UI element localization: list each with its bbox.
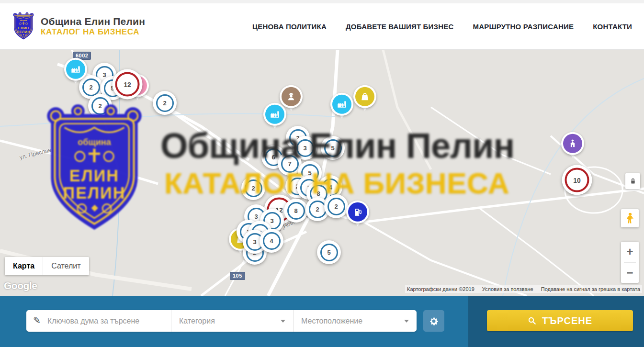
cluster-count: 3 xyxy=(253,238,256,246)
chevron-down-icon xyxy=(404,320,409,323)
map-cluster-marker[interactable]: 5 xyxy=(321,136,345,160)
cluster-count: 8 xyxy=(316,190,320,197)
top-strip xyxy=(0,0,644,3)
map-poi-marker-worker[interactable] xyxy=(280,85,303,116)
markers-layer: 325122223567522748128223338234510 xyxy=(0,50,644,296)
map-cluster-marker[interactable]: 2 xyxy=(88,94,112,118)
zoom-in-button[interactable]: + xyxy=(621,242,639,262)
zoom-control: + − xyxy=(621,242,639,283)
cluster-count: 3 xyxy=(102,71,106,78)
construction-worker-icon xyxy=(286,91,296,102)
search-panel: ✎ Категория Местоположение xyxy=(26,310,417,332)
nav-link[interactable]: КОНТАКТИ xyxy=(593,22,632,31)
gear-icon xyxy=(429,316,439,326)
crest-text-top: община xyxy=(20,19,27,22)
site-title: Община Елин Пелин xyxy=(41,16,145,27)
site-subtitle: КАТАЛОГ НА БИЗНЕСА xyxy=(41,27,145,37)
marker-disc xyxy=(280,85,303,108)
keyword-search-input[interactable] xyxy=(46,316,164,326)
cluster-count: 5 xyxy=(327,249,330,256)
cluster-count: 8 xyxy=(294,207,297,214)
zoom-out-button[interactable]: − xyxy=(621,263,639,283)
cluster-count: 10 xyxy=(573,176,581,184)
map-type-satellite-button[interactable]: Сателит xyxy=(43,257,89,275)
cluster-count: 2 xyxy=(251,185,255,192)
cluster-count: 12 xyxy=(124,80,131,88)
header: община ЕЛИН ПЕЛИН Община Елин Пелин КАТА… xyxy=(0,3,644,50)
map-attribution: Картографски данни ©2019 Условия за полз… xyxy=(405,285,642,293)
fuel-pump-icon xyxy=(352,207,363,217)
pegman-icon xyxy=(625,212,635,224)
nav-link[interactable]: МАРШРУТНО РАЗПИСАНИЕ xyxy=(473,22,574,31)
category-select[interactable]: Категория xyxy=(171,310,293,332)
map-poi-marker-bag[interactable] xyxy=(353,85,376,116)
advanced-settings-button[interactable] xyxy=(423,310,444,332)
nav-link[interactable]: ЦЕНОВА ПОЛИТИКА xyxy=(252,22,327,31)
map-poi-marker-factory[interactable] xyxy=(330,93,353,123)
search-button[interactable]: ТЪРСЕНЕ xyxy=(487,310,633,331)
marker-disc xyxy=(561,132,584,155)
factory-icon xyxy=(70,64,81,75)
terms-of-use-link[interactable]: Условия за ползване xyxy=(482,286,533,292)
cluster-count: 7 xyxy=(288,160,291,168)
pencil-icon: ✎ xyxy=(33,315,41,326)
cluster-count: 3 xyxy=(254,213,258,220)
cluster-count: 2 xyxy=(334,203,338,210)
shopping-bag-icon xyxy=(360,91,370,102)
chevron-down-icon xyxy=(281,320,285,323)
map-poi-marker-factory[interactable] xyxy=(64,58,87,89)
cluster-count: 3 xyxy=(303,145,306,152)
cluster-count: 6 xyxy=(271,154,275,161)
lock-icon xyxy=(629,177,637,185)
map-cluster-marker[interactable]: 2 xyxy=(241,176,265,200)
nav-link[interactable]: ДОБАВЕТЕ ВАШИЯТ БИЗНЕС xyxy=(346,22,453,31)
location-select-label: Местоположение xyxy=(301,317,362,325)
map-cluster-marker[interactable]: 12 xyxy=(113,69,143,100)
map-lock-button[interactable] xyxy=(625,173,640,189)
map-cluster-marker[interactable]: 8 xyxy=(284,199,308,223)
marker-disc xyxy=(330,93,353,116)
municipality-crest-logo: община ЕЛИН ПЕЛИН xyxy=(12,12,35,41)
map-poi-marker-church[interactable] xyxy=(561,132,584,163)
cluster-count: 4 xyxy=(270,237,273,245)
category-select-label: Категория xyxy=(179,317,215,325)
marker-disc xyxy=(353,85,376,108)
report-map-error-link[interactable]: Подаване на сигнал за грешка в картата xyxy=(541,286,640,292)
cluster-count: 2 xyxy=(98,102,102,110)
street-view-pegman-button[interactable] xyxy=(621,209,639,227)
attribution-copyright: Картографски данни ©2019 xyxy=(407,286,475,292)
cluster-count: 2 xyxy=(163,100,166,107)
factory-icon xyxy=(270,109,280,120)
factory-icon xyxy=(337,99,347,110)
map-poi-marker-gas[interactable] xyxy=(346,201,369,231)
marker-disc xyxy=(346,201,369,224)
map-cluster-marker[interactable]: 2 xyxy=(153,91,177,115)
brand[interactable]: община ЕЛИН ПЕЛИН Община Елин Пелин КАТА… xyxy=(12,12,145,41)
map-cluster-marker[interactable]: 5 xyxy=(317,240,341,264)
search-button-label: ТЪРСЕНЕ xyxy=(542,315,592,326)
search-icon xyxy=(528,316,536,325)
cluster-count: 2 xyxy=(316,206,319,213)
map-cluster-marker[interactable]: 10 xyxy=(562,165,592,195)
map-cluster-marker[interactable]: 4 xyxy=(260,229,283,253)
map-canvas[interactable]: 325122223567522748128223338234510 община… xyxy=(0,50,644,296)
marker-disc xyxy=(64,58,87,81)
keyword-field-wrap: ✎ xyxy=(26,310,171,332)
church-icon xyxy=(567,138,578,149)
map-cluster-marker[interactable]: 2 xyxy=(324,194,348,218)
cluster-count: 3 xyxy=(270,217,273,224)
search-bar: ✎ Категория Местоположение ТЪРСЕНЕ xyxy=(0,296,644,347)
cluster-count: 2 xyxy=(89,84,92,91)
cluster-count: 5 xyxy=(331,145,334,152)
map-type-control: Карта Сателит xyxy=(5,257,89,275)
main-nav: ЦЕНОВА ПОЛИТИКАДОБАВЕТЕ ВАШИЯТ БИЗНЕСМАР… xyxy=(252,22,632,31)
crest-text-line2: ПЕЛИН xyxy=(17,29,30,34)
google-logo[interactable]: Google xyxy=(4,280,37,291)
map-type-map-button[interactable]: Карта xyxy=(5,257,43,275)
location-select[interactable]: Местоположение xyxy=(293,310,417,332)
